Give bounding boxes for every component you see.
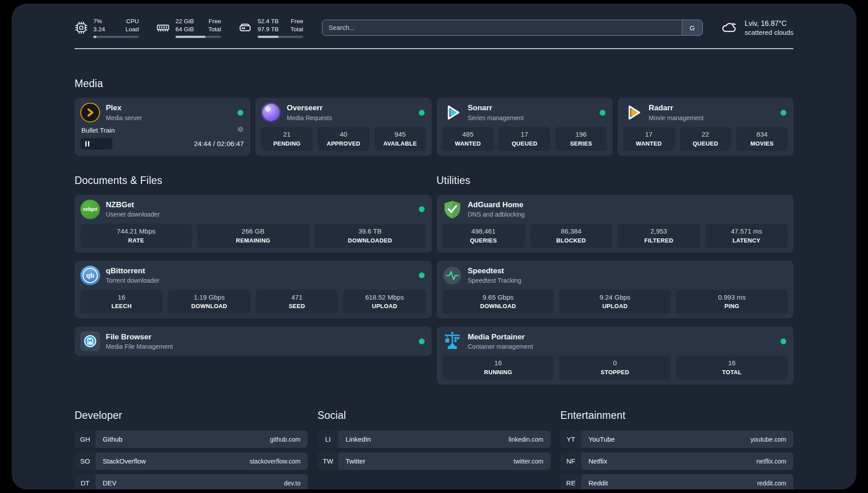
search-provider-button[interactable]: G xyxy=(682,20,702,35)
ram-free-label: Free xyxy=(208,17,221,25)
stat-tile: 16 TOTAL xyxy=(676,355,788,380)
stat-tile: 834 MOVIES xyxy=(736,127,788,151)
app-name: Radarr xyxy=(649,104,775,113)
qbittorrent-icon: qb xyxy=(80,266,100,285)
stat-tile: 471 SEED xyxy=(256,290,338,314)
app-description: Speedtest Tracking xyxy=(468,277,788,284)
ram-total-label: Total xyxy=(208,25,221,33)
stat-tile: 618.52 Mbps UPLOAD xyxy=(343,290,426,314)
stat-tile: 16 LEECH xyxy=(80,290,163,314)
bookmark-abbr: LI xyxy=(317,430,338,448)
app-name: Plex xyxy=(106,104,232,113)
playback-time: 24:44 / 02:06:47 xyxy=(194,140,245,148)
app-name: Sonarr xyxy=(468,104,594,113)
disk-total-label: Total xyxy=(290,25,303,33)
status-dot xyxy=(419,272,425,278)
bookmark-url: stackoverflow.com xyxy=(250,458,300,465)
bookmark-dev[interactable]: DT DEV dev.to xyxy=(75,474,308,489)
disk-free-label: Free xyxy=(290,17,303,25)
bookmark-reddit[interactable]: RE Reddit reddit.com xyxy=(560,474,793,489)
status-dot xyxy=(419,338,425,344)
bookmark-group-developer: Developer GH Github github.com SO StackO… xyxy=(75,409,308,489)
bookmark-youtube[interactable]: YT YouTube youtube.com xyxy=(560,430,793,448)
stat-tile: 0 STOPPED xyxy=(559,355,671,380)
app-card-radarr[interactable]: Radarr Movie management 17 WANTED 22 QUE… xyxy=(618,98,793,156)
app-description: Media server xyxy=(106,114,232,121)
bookmark-abbr: RE xyxy=(560,474,581,489)
stat-tile: 9.24 Gbps UPLOAD xyxy=(559,290,671,314)
bookmark-url: netflix.com xyxy=(756,458,786,465)
app-card-nzbget[interactable]: nzbget NZBGet Usenet downloader 744.21 M… xyxy=(75,195,432,253)
stat-tile: 17 WANTED xyxy=(623,127,675,151)
media-player-bar: 24:44 / 02:06:47 xyxy=(80,138,245,150)
app-card-qbittorrent[interactable]: qb qBittorrent Torrent downloader 16 LEE… xyxy=(75,261,432,319)
status-dot xyxy=(238,110,243,116)
bookmark-stackoverflow[interactable]: SO StackOverflow stackoverflow.com xyxy=(75,452,308,470)
app-description: Container management xyxy=(468,343,775,350)
sonarr-icon xyxy=(442,103,462,122)
adguard-icon xyxy=(442,200,462,219)
bookmark-abbr: DT xyxy=(75,474,96,489)
section-title-entertainment: Entertainment xyxy=(560,409,793,422)
app-card-filebrowser[interactable]: File Browser Media File Management xyxy=(75,326,432,356)
bookmark-url: linkedin.com xyxy=(509,436,543,443)
bookmark-name: Twitter xyxy=(346,457,365,465)
play-pause-button[interactable] xyxy=(80,138,113,150)
app-description: Media File Management xyxy=(106,343,413,350)
bookmark-name: DEV xyxy=(103,479,117,487)
app-name: qBittorrent xyxy=(106,267,413,276)
bookmark-twitter[interactable]: TW Twitter twitter.com xyxy=(317,452,551,470)
app-card-speedtest[interactable]: Speedtest Speedtest Tracking 9.65 Gbps D… xyxy=(437,261,794,319)
app-name: Speedtest xyxy=(468,267,788,276)
cloud-icon xyxy=(720,18,739,37)
stat-tile: 21 PENDING xyxy=(261,127,313,151)
now-playing-title: Bullet Train xyxy=(81,126,115,134)
app-card-plex[interactable]: Plex Media server Bullet Train 24 xyxy=(75,98,250,156)
disk-stat: 52.4 TB 97.9 TB Free Total xyxy=(238,17,303,38)
weather-widget[interactable]: Lviv, 16.87°C scattered clouds xyxy=(720,18,793,37)
stat-tile: 498,461 QUERIES xyxy=(442,224,525,248)
app-card-sonarr[interactable]: Sonarr Series management 485 WANTED 17 Q… xyxy=(437,98,613,156)
search-input[interactable] xyxy=(322,20,703,36)
bookmark-url: twitter.com xyxy=(513,458,543,465)
section-title-documents: Documents & Files xyxy=(75,175,432,187)
documents-column: Documents & Files nzbget NZBGet Usenet d… xyxy=(75,175,432,384)
status-dot xyxy=(780,338,786,344)
section-title-social: Social xyxy=(317,409,551,422)
app-card-overseerr[interactable]: Overseerr Media Requests 21 PENDING 40 A… xyxy=(255,98,431,156)
app-name: Overseerr xyxy=(287,104,413,113)
status-dot xyxy=(419,206,425,212)
stat-tile: 266 GB REMAINING xyxy=(197,224,309,248)
cpu-load-label: Load xyxy=(125,25,139,33)
ram-icon xyxy=(156,21,170,34)
plex-icon xyxy=(80,103,100,122)
bookmark-abbr: NF xyxy=(560,452,581,470)
ram-free-value: 22 GiB xyxy=(175,17,194,25)
bookmark-abbr: YT xyxy=(560,430,581,448)
cpu-usage-value: 7% xyxy=(93,17,105,25)
disk-free-value: 52.4 TB xyxy=(258,17,279,25)
app-card-adguard[interactable]: AdGuard Home DNS and adblocking 498,461 … xyxy=(437,195,794,253)
bookmark-linkedin[interactable]: LI LinkedIn linkedin.com xyxy=(317,430,551,448)
status-dot xyxy=(780,110,786,116)
speedtest-icon xyxy=(442,266,462,285)
disk-icon xyxy=(238,21,252,34)
bookmark-name: StackOverflow xyxy=(103,457,146,465)
system-stats: 7% 3.24 CPU Load xyxy=(75,17,303,38)
weather-condition: scattered clouds xyxy=(745,29,793,36)
bookmark-github[interactable]: GH Github github.com xyxy=(75,430,308,448)
dashboard-panel: 7% 3.24 CPU Load xyxy=(12,4,856,489)
bookmark-name: Reddit xyxy=(588,479,608,487)
bookmark-netflix[interactable]: NF Netflix netflix.com xyxy=(560,452,793,470)
search-bar: G xyxy=(322,20,703,36)
ram-total-value: 64 GiB xyxy=(175,25,194,33)
weather-location: Lviv, 16.87°C xyxy=(745,20,793,28)
portainer-icon xyxy=(442,331,462,351)
bookmark-name: YouTube xyxy=(588,435,615,443)
bookmark-group-social: Social LI LinkedIn linkedin.com TW Twitt… xyxy=(317,409,551,489)
section-title-developer: Developer xyxy=(75,409,308,422)
gear-icon[interactable] xyxy=(237,126,244,134)
status-dot xyxy=(419,110,425,116)
bookmark-name: Github xyxy=(103,435,122,443)
app-card-portainer[interactable]: Media Portainer Container management 16 … xyxy=(437,326,794,384)
